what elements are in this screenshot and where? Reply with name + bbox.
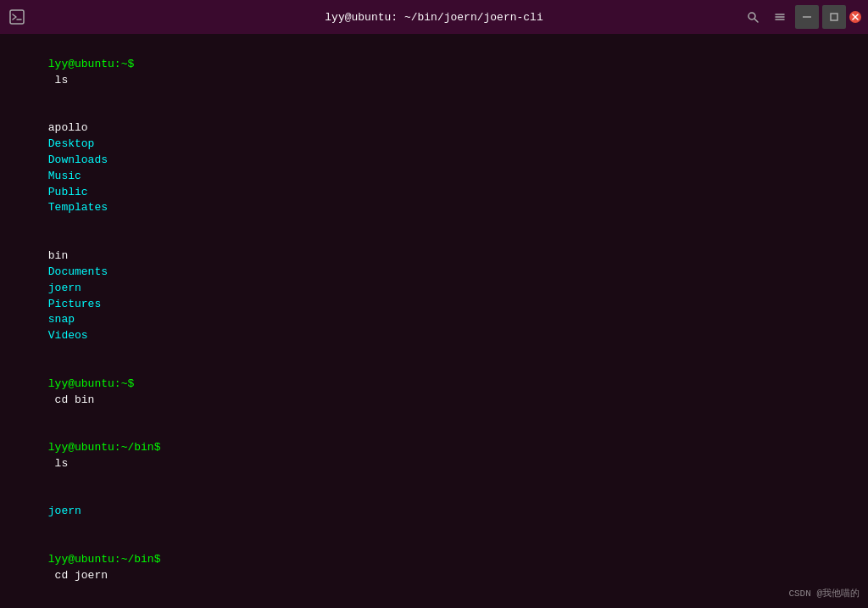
watermark: CSDN @我他喵的: [788, 587, 860, 600]
maximize-button[interactable]: [822, 5, 846, 29]
terminal-content[interactable]: lyy@ubuntu:~$ ls apollo Desktop Download…: [0, 34, 868, 608]
terminal-window: lyy@ubuntu: ~/bin/joern/joern-cli: [0, 0, 868, 608]
terminal-icon: [7, 7, 27, 27]
search-button[interactable]: [741, 5, 765, 29]
cmd-line-3: lyy@ubuntu:~/bin$ ls: [8, 424, 860, 488]
ls-home-row1: apollo Desktop Downloads Music Public Te…: [8, 104, 860, 232]
cmd-line-2: lyy@ubuntu:~$ cd bin: [8, 360, 860, 424]
cmd-line-5: lyy@ubuntu:~/bin/joern$ ls: [8, 600, 860, 608]
svg-rect-8: [831, 14, 837, 20]
window-controls: [741, 5, 861, 29]
titlebar-left: [7, 7, 27, 27]
close-button[interactable]: [849, 11, 861, 23]
window-title: lyy@ubuntu: ~/bin/joern/joern-cli: [325, 11, 542, 24]
ls-bin-output: joern: [8, 488, 860, 537]
cmd-line-1: lyy@ubuntu:~$ ls: [8, 41, 860, 104]
ls-home-row2: bin Documents joern Pictures snap Videos: [8, 232, 860, 360]
cmd-line-4: lyy@ubuntu:~/bin$ cd joern: [8, 536, 860, 600]
svg-rect-0: [10, 10, 24, 24]
menu-button[interactable]: [768, 5, 792, 29]
svg-point-2: [748, 13, 755, 20]
minimize-button[interactable]: [795, 5, 819, 29]
svg-line-3: [755, 20, 759, 23]
titlebar: lyy@ubuntu: ~/bin/joern/joern-cli: [0, 0, 868, 34]
